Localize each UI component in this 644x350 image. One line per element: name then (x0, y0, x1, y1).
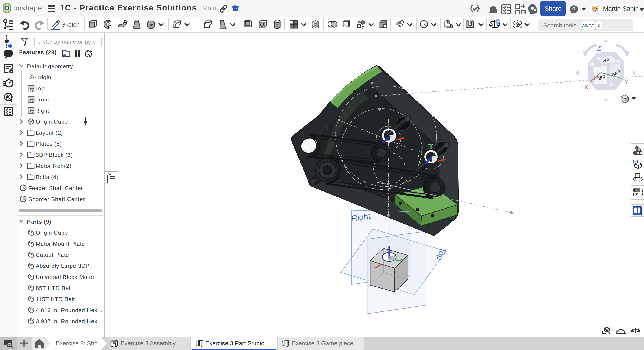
svg-text:?: ? (572, 6, 576, 13)
svg-text:X: X (584, 83, 588, 91)
svg-text:x: x (635, 190, 638, 197)
svg-text:Y: Y (624, 78, 629, 85)
svg-text:Sketch: Sketch (61, 21, 80, 28)
svg-text:Z: Z (597, 45, 601, 52)
